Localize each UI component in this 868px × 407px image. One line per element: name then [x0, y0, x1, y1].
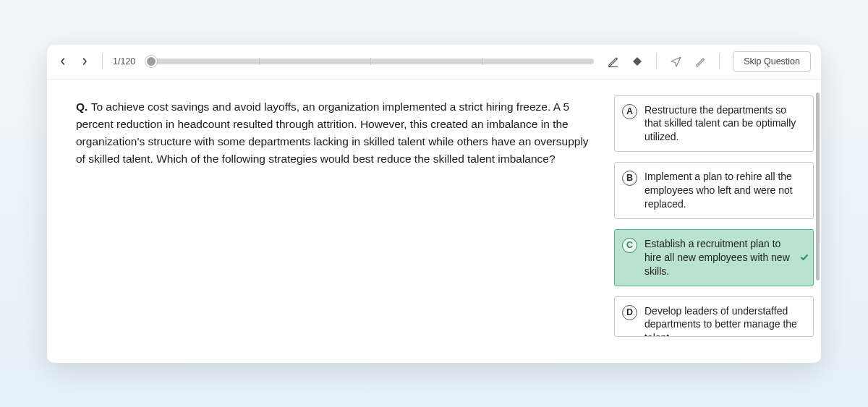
- check-icon: [800, 253, 809, 262]
- slider-tick: [259, 58, 260, 65]
- quiz-body: Q. To achieve cost savings and avoid lay…: [47, 80, 821, 363]
- question-prefix: Q.: [76, 100, 91, 113]
- slider-thumb[interactable]: [145, 56, 157, 67]
- diamond-icon: [632, 56, 642, 67]
- answer-text: Restructure the departments so that skil…: [644, 103, 799, 145]
- annotate-button[interactable]: [603, 51, 623, 72]
- progress-slider[interactable]: [147, 59, 594, 64]
- pencil-underline-icon: [608, 56, 618, 67]
- answer-option-b[interactable]: B Implement a plan to rehire all the emp…: [614, 162, 814, 219]
- question-text: Q. To achieve cost savings and avoid lay…: [76, 100, 589, 165]
- question-body: To achieve cost savings and avoid layoff…: [76, 100, 589, 165]
- answer-text: Implement a plan to rehire all the emplo…: [644, 170, 799, 211]
- flag-button[interactable]: [627, 51, 647, 72]
- question-counter: 1/120: [111, 56, 140, 67]
- answer-text: Establish a recruitment plan to hire all…: [644, 237, 799, 278]
- answer-letter: C: [622, 238, 637, 253]
- slider-tick: [482, 58, 483, 65]
- next-question-button[interactable]: [76, 53, 93, 70]
- answer-text: Develop leaders of understaffed departme…: [644, 304, 799, 337]
- slider-tick: [370, 58, 371, 65]
- question-column: Q. To achieve cost savings and avoid lay…: [47, 80, 613, 363]
- chevron-right-icon: [81, 58, 88, 65]
- skip-question-button[interactable]: Skip Question: [733, 51, 811, 72]
- edit-pencil-icon: [695, 56, 706, 67]
- answer-option-a[interactable]: A Restructure the departments so that sk…: [614, 95, 814, 153]
- answer-letter: D: [622, 305, 637, 320]
- divider: [102, 53, 103, 69]
- answers-column: A Restructure the departments so that sk…: [613, 80, 821, 363]
- share-button[interactable]: [665, 51, 686, 72]
- answer-letter: A: [622, 104, 637, 119]
- quiz-toolbar: 1/120 Skip Question: [47, 45, 821, 80]
- quiz-card: 1/120 Skip Question Q. To achieve cost s…: [47, 45, 821, 363]
- divider: [656, 53, 657, 69]
- prev-question-button[interactable]: [54, 53, 72, 70]
- edit-button[interactable]: [690, 51, 710, 72]
- answer-option-d[interactable]: D Develop leaders of understaffed depart…: [614, 296, 814, 337]
- answer-letter: B: [622, 171, 637, 186]
- divider: [719, 53, 720, 69]
- chevron-left-icon: [59, 58, 67, 65]
- answer-option-c[interactable]: C Establish a recruitment plan to hire a…: [614, 229, 814, 286]
- paper-plane-icon: [671, 56, 681, 67]
- scrollbar[interactable]: [816, 93, 820, 280]
